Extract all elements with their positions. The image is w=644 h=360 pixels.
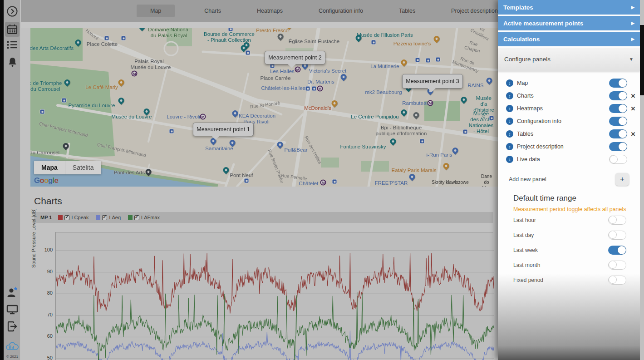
y-tick-label: 70 [34,312,53,317]
panel-label: Map [517,80,609,86]
legend-item-laeq: LAeq [96,215,121,220]
toggle-last-month[interactable] [608,261,626,270]
map-label: Bpi - Bibliothèque publique d'Informatio… [376,125,427,137]
configure-panels-header[interactable]: Configure panels ▼ [498,48,640,71]
metro-station-icon[interactable]: M [320,180,326,186]
drag-info-icon[interactable]: ↕ [506,130,513,138]
google-map[interactable]: HonoréPlace Colettedes Arts DécoratifsDo… [30,28,498,187]
transit-stop-icon[interactable] [312,86,317,91]
transit-stop-icon[interactable] [40,109,45,114]
list-icon[interactable] [4,40,21,50]
logout-icon[interactable] [4,321,21,332]
transit-stop-icon[interactable] [463,129,468,134]
expand-sidebar-icon[interactable] [4,5,21,17]
toggle-heatmaps[interactable] [609,104,627,113]
map-type-satellite-button[interactable]: Satelita [65,161,101,174]
legend-label: LAeq [109,215,121,220]
time-range-label: Last month [513,262,608,268]
transit-stop-icon[interactable] [228,28,233,32]
tab-project-description[interactable]: Project description [445,5,504,17]
metro-station-icon[interactable]: M [428,100,433,106]
chart-legend-bar: MP 1 LCpeakLAeqLAFmax [34,212,493,223]
transit-stop-icon[interactable] [62,98,67,103]
transit-stop-icon[interactable] [332,179,337,184]
transit-stop-icon[interactable] [436,57,441,62]
toggle-map[interactable] [609,79,627,88]
display-monitor-icon[interactable] [4,304,21,315]
toggle-tables[interactable] [609,129,627,138]
time-range-row-fixed-period: Fixed period [513,272,629,287]
toolbar-strip [21,22,498,28]
panel-label: Configuration info [517,118,609,124]
charts-section-title: Charts [34,196,62,207]
remove-panel-button[interactable]: ✕ [629,93,637,99]
transit-stop-icon[interactable] [104,36,109,41]
scrollbar-thumb[interactable] [640,25,644,95]
tab-heatmaps[interactable]: Heatmaps [251,5,289,17]
drag-info-icon[interactable]: ↕ [506,92,513,99]
remove-panel-button[interactable]: ✕ [629,105,637,112]
map-panel[interactable]: HonoréPlace Colettedes Arts DécoratifsDo… [30,28,498,187]
map-label: Skróty klawiszowe [432,179,469,185]
chart-plot-area [56,232,494,360]
transit-stop-icon[interactable] [169,129,174,134]
transit-stop-icon[interactable] [246,50,251,55]
accordion-active-measurement-points[interactable]: Active measurement points▶ [498,16,640,30]
legend-checkbox[interactable] [134,215,139,220]
measurement-point-tooltip[interactable]: Measurement point 2 [265,51,325,64]
toggle-project-description[interactable] [609,142,627,151]
toggle-last-day[interactable] [608,231,626,240]
drag-info-icon[interactable]: ↕ [506,105,513,112]
accordion-calculations[interactable]: Calculations▶ [498,32,640,46]
toggle-knob [619,79,627,87]
legend-checkbox[interactable] [102,215,107,220]
transit-stop-icon[interactable] [415,58,420,63]
toggle-live-data[interactable] [609,155,627,164]
page-scrollbar[interactable] [640,0,644,360]
transit-stop-icon[interactable] [420,139,425,144]
transit-stop-icon[interactable] [426,58,431,63]
copyright-label: © 2021 [4,355,21,359]
drag-info-icon[interactable]: ↕ [506,143,513,150]
panel-row-project-description: ↕Project description✕ [498,140,640,153]
transit-stop-icon[interactable] [489,116,494,121]
metro-station-icon[interactable]: M [200,114,206,120]
drag-info-icon[interactable]: ↕ [506,156,513,163]
map-label: Place Carrée [260,75,290,81]
toggle-last-hour[interactable] [608,216,626,225]
transit-stop-icon[interactable] [371,40,376,45]
notifications-bell-icon[interactable] [4,56,21,68]
remove-panel-button[interactable]: ✕ [629,131,637,138]
tab-charts[interactable]: Charts [198,5,227,17]
legend-checkbox[interactable] [64,215,69,220]
toggle-knob [609,276,617,284]
panel-row-tables: ↕Tables✕ [498,128,640,140]
user-account-icon[interactable] [4,286,21,299]
drag-info-icon[interactable]: ↕ [506,118,513,125]
transit-stop-icon[interactable] [305,86,310,91]
transit-stop-icon[interactable] [121,36,126,41]
add-panel-button[interactable]: + [615,173,629,186]
measurement-point-tooltip[interactable]: Measurement point 1 [193,123,254,136]
tab-tables[interactable]: Tables [393,5,422,17]
toggle-fixed-period[interactable] [608,276,626,285]
tab-map[interactable]: Map [137,5,175,17]
transit-stop-icon[interactable] [244,178,249,183]
metro-station-icon[interactable]: M [132,71,138,77]
map-type-map-button[interactable]: Mapa [34,161,65,174]
map-label: Pont des Arts [114,170,145,176]
accordion-label: Templates [503,4,631,11]
toggle-charts[interactable] [609,91,627,100]
toggle-configuration-info[interactable] [609,117,627,126]
tooltip-pointer [428,88,436,92]
time-range-row-last-week: Last week [513,242,629,257]
tab-configuration-info[interactable]: Configuration info [312,5,369,17]
measurement-point-tooltip[interactable]: Measurement point 3 [402,74,463,89]
toggle-knob [609,216,617,224]
toggle-last-week[interactable] [608,246,626,255]
accordion-templates[interactable]: Templates▶ [498,0,640,15]
calendar-icon[interactable] [5,22,20,37]
map-label: Samaritaine [205,146,233,152]
metro-station-icon[interactable]: M [317,86,323,92]
drag-info-icon[interactable]: ↕ [506,79,513,87]
